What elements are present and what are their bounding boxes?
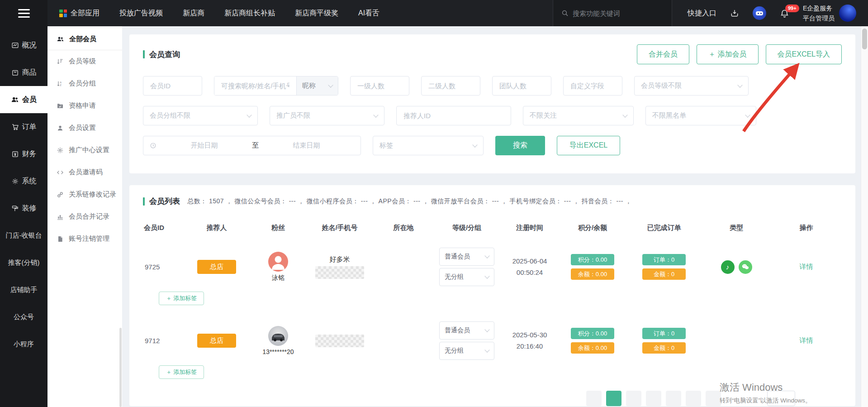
submenu-item-relation-log[interactable]: 关系链修改记录 — [47, 183, 122, 206]
vertical-scrollbar[interactable] — [861, 26, 868, 407]
date-range-picker[interactable]: 开始日期 至 结束日期 — [143, 136, 361, 155]
orders-badge: 订单：0 — [642, 328, 686, 339]
avatar[interactable] — [839, 5, 856, 22]
sidebar-item-distribution[interactable]: 推客(分销) — [0, 249, 47, 276]
sidebar-item-pos[interactable]: 门店-收银台 — [0, 222, 47, 249]
nav-ai-tongue[interactable]: AI看舌 — [358, 9, 379, 18]
add-member-button[interactable]: ＋ 添加会员 — [697, 44, 758, 64]
nav-ad-video[interactable]: 投放广告视频 — [119, 9, 163, 18]
group-select[interactable]: 无分组 — [439, 268, 494, 286]
member-stats: 总数： 1507 ， 微信公众号会员： --- ， 微信小程序会员： --- ，… — [187, 197, 632, 206]
member-group-select[interactable]: 会员分组不限 — [143, 106, 258, 125]
search-button[interactable]: 搜索 — [495, 136, 545, 155]
points-badge: 积分：0.00 — [571, 254, 614, 265]
add-tag-button[interactable]: ＋ 添加标签 — [159, 292, 204, 305]
page-button[interactable] — [686, 391, 701, 406]
sidebar-item-orders[interactable]: 订单 — [0, 113, 47, 140]
follow-select[interactable]: 不限关注 — [523, 106, 634, 125]
sidebar-item-official-account[interactable]: 公众号 — [0, 303, 47, 330]
tag-select[interactable]: 标签 — [373, 136, 484, 155]
svg-text:Z: Z — [60, 84, 62, 86]
topbar-nav: 全部应用 投放广告视频 新店商 新店商组长补贴 新店商平级奖 AI看舌 — [47, 0, 379, 26]
title-accent-bar — [143, 197, 145, 206]
keyword-type-select[interactable]: 昵称 — [296, 77, 338, 95]
submenu-item-promotion-settings[interactable]: 推广中心设置 — [47, 139, 122, 161]
all-members-icon — [57, 35, 64, 43]
topbar-search[interactable] — [553, 0, 672, 26]
chevron-down-icon — [622, 112, 627, 117]
submenu-scrollbar[interactable] — [119, 328, 122, 407]
page-button[interactable] — [706, 391, 721, 406]
promoter-select[interactable]: 推广员不限 — [270, 106, 384, 125]
nav-peer-award[interactable]: 新店商平级奖 — [295, 9, 338, 18]
sidebar-item-decorate[interactable]: 装修 — [0, 195, 47, 222]
sidebar-item-system[interactable]: 系统 — [0, 168, 47, 195]
page-button-active[interactable] — [606, 391, 621, 406]
submenu-item-account-cancel[interactable]: 账号注销管理 — [47, 228, 122, 250]
start-date-field[interactable]: 开始日期 — [157, 141, 252, 150]
page-size-select[interactable] — [767, 391, 795, 406]
nav-new-shop[interactable]: 新店商 — [183, 9, 204, 18]
chevron-down-icon — [247, 112, 251, 117]
sidebar-item-mini-program[interactable]: 小程序 — [0, 330, 47, 358]
team-count-input[interactable] — [492, 76, 551, 96]
detail-link[interactable]: 详情 — [800, 263, 813, 271]
submenu-item-invite-code[interactable]: 会员邀请码 — [47, 161, 122, 183]
wechat-icon[interactable] — [739, 260, 752, 274]
referrer-id-input[interactable] — [396, 106, 511, 125]
member-excel-import-button[interactable]: 会员EXCEL导入 — [766, 44, 842, 64]
page-button[interactable] — [646, 391, 661, 406]
table-row: 9725 总店 泳铭 好多米 普通会员 无分组 — [143, 239, 842, 288]
file-icon — [57, 235, 64, 243]
chevron-down-icon — [745, 112, 750, 117]
member-id-input[interactable] — [143, 76, 202, 96]
blacklist-select[interactable]: 不限黑名单 — [645, 106, 756, 125]
page-button[interactable] — [626, 391, 641, 406]
page-button[interactable] — [586, 391, 602, 406]
submenu-item-merge-log[interactable]: 会员合并记录 — [47, 206, 122, 228]
hamburger-menu-icon[interactable] — [0, 0, 47, 26]
submenu-item-qualification[interactable]: 资格申请 — [47, 95, 122, 117]
overview-icon — [11, 42, 19, 49]
sidebar-item-shop-assistant[interactable]: 店铺助手 — [0, 276, 47, 303]
sidebar-item-members[interactable]: 会员 — [0, 86, 47, 113]
chevron-down-icon — [373, 112, 378, 117]
sidebar-item-overview[interactable]: 概况 — [0, 32, 47, 59]
fan-name: 13*******20 — [262, 348, 294, 355]
assistant-robot-icon[interactable] — [753, 6, 766, 20]
notification-bell-icon[interactable]: 99+ — [780, 9, 789, 18]
scrollbar-thumb[interactable] — [862, 29, 867, 49]
level-select[interactable]: 普通会员 — [439, 248, 494, 266]
account-service-name: E企盈服务 — [803, 3, 835, 13]
level-select[interactable]: 普通会员 — [439, 321, 494, 340]
level2-count-input[interactable] — [421, 76, 480, 96]
export-excel-button[interactable]: 导出EXCEL — [557, 136, 620, 155]
sidebar-item-goods[interactable]: 商品 — [0, 59, 47, 86]
search-input[interactable] — [573, 10, 664, 17]
submenu-item-member-settings[interactable]: 会员设置 — [47, 117, 122, 139]
referrer-badge: 总店 — [197, 334, 236, 348]
page-button[interactable] — [666, 391, 681, 406]
nav-all-apps[interactable]: 全部应用 — [59, 9, 100, 18]
nav-label: 全部应用 — [71, 9, 100, 18]
detail-link[interactable]: 详情 — [800, 336, 813, 345]
sidebar-item-finance[interactable]: 财务 — [0, 140, 47, 168]
quick-entry-link[interactable]: 快捷入口 — [688, 9, 716, 18]
merge-member-button[interactable]: 合并会员 — [637, 44, 689, 64]
register-time: 20:16:40 — [517, 341, 543, 352]
nav-leader-subsidy[interactable]: 新店商组长补贴 — [224, 9, 275, 18]
douyin-icon[interactable]: ♪ — [721, 260, 735, 274]
group-select[interactable]: 无分组 — [439, 342, 494, 360]
keyword-input[interactable] — [214, 77, 296, 95]
submenu-item-member-level[interactable]: 会员等级 — [47, 50, 122, 72]
download-icon[interactable] — [730, 9, 739, 18]
custom-field-input[interactable] — [563, 76, 622, 96]
account-area[interactable]: E企盈服务 平台管理员 — [803, 3, 856, 24]
add-tag-button[interactable]: ＋ 添加标签 — [159, 365, 204, 379]
member-level-select[interactable]: 会员等级不限 — [634, 76, 749, 96]
submenu-item-member-group[interactable]: AZ 会员分组 — [47, 72, 122, 95]
submenu-item-all-members[interactable]: 全部会员 — [47, 28, 122, 50]
level1-count-input[interactable] — [350, 76, 409, 96]
end-date-field[interactable]: 结束日期 — [259, 141, 354, 150]
list-panel-title: 会员列表 — [143, 196, 180, 206]
